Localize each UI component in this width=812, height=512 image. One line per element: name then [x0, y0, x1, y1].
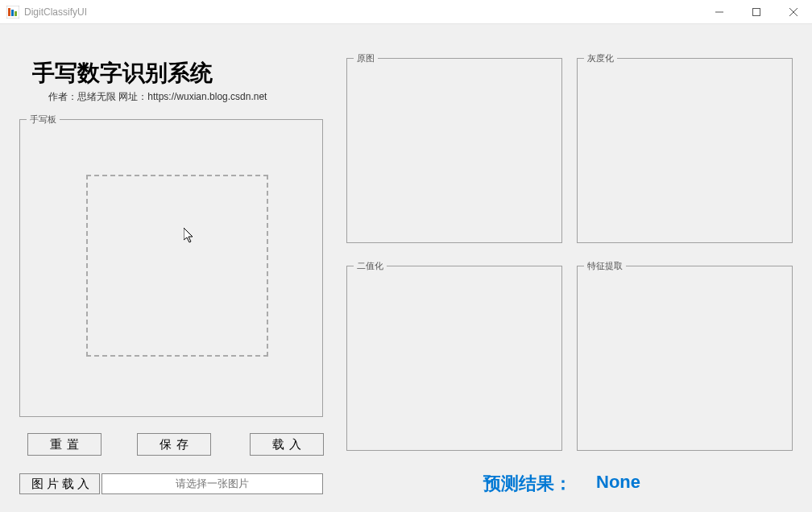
- page-title: 手写数字识别系统: [32, 58, 213, 89]
- reset-button[interactable]: 重置: [27, 433, 102, 456]
- panel-drawboard-label: 手写板: [27, 114, 60, 126]
- panel-original-label: 原图: [354, 52, 378, 64]
- save-button[interactable]: 保存: [137, 433, 211, 456]
- content-area: 手写数字识别系统 作者：思绪无限 网址：https://wuxian.blog.…: [0, 24, 812, 512]
- window-controls: [701, 0, 812, 23]
- panel-feature: 特征提取: [577, 266, 793, 451]
- svg-rect-3: [14, 11, 17, 16]
- result-label: 预测结果：: [483, 472, 572, 496]
- minimize-button[interactable]: [701, 0, 738, 23]
- result-value: None: [596, 472, 640, 493]
- close-button[interactable]: [775, 0, 812, 23]
- drawing-canvas[interactable]: [86, 175, 268, 357]
- window-title: DigitClassifyUI: [24, 6, 87, 18]
- panel-drawboard: 手写板: [19, 119, 323, 417]
- svg-rect-2: [11, 10, 14, 16]
- maximize-button[interactable]: [738, 0, 775, 23]
- titlebar: DigitClassifyUI: [0, 0, 812, 24]
- page-subtitle: 作者：思绪无限 网址：https://wuxian.blog.csdn.net: [48, 90, 267, 104]
- load-button[interactable]: 载入: [250, 433, 324, 456]
- app-icon: [6, 6, 19, 19]
- svg-rect-1: [8, 8, 10, 16]
- image-load-button[interactable]: 图片载入: [19, 473, 100, 494]
- panel-grayscale: 灰度化: [577, 58, 793, 243]
- panel-feature-label: 特征提取: [584, 260, 626, 272]
- image-path-input[interactable]: [102, 473, 323, 494]
- panel-original: 原图: [346, 58, 562, 243]
- panel-grayscale-label: 灰度化: [584, 52, 617, 64]
- panel-binarize: 二值化: [346, 266, 562, 451]
- svg-rect-5: [753, 8, 760, 15]
- panel-binarize-label: 二值化: [354, 260, 387, 272]
